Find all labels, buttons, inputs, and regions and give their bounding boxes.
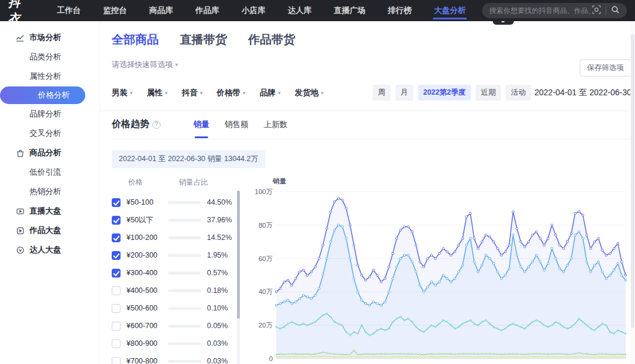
share-bar: [168, 201, 201, 204]
nav-item-达人库[interactable]: 达人库: [282, 0, 317, 21]
live-icon: [15, 208, 25, 215]
checkbox[interactable]: [112, 322, 121, 330]
share-bar: [168, 219, 201, 222]
sidebar-item-label: 市场分析: [29, 32, 61, 43]
checkbox[interactable]: [112, 286, 121, 295]
nav-item-监控台[interactable]: 监控台: [97, 0, 133, 21]
checkbox[interactable]: [112, 216, 121, 225]
price-range-label: ¥50以下: [126, 215, 168, 225]
sidebar-item-直播大盘[interactable]: 直播大盘: [0, 202, 99, 221]
save-filter-button[interactable]: 保存筛选项: [580, 59, 632, 76]
period-月[interactable]: 月: [395, 85, 413, 101]
search-bar[interactable]: [482, 3, 627, 18]
price-row-¥700-800[interactable]: ¥700-8000.03%: [112, 352, 234, 364]
bag-icon: [15, 149, 25, 157]
share-bar: [168, 360, 201, 363]
share-percent: 44.50%: [207, 198, 234, 206]
sidebar-item-商品分析[interactable]: 商品分析: [0, 143, 99, 162]
share-percent: 0.57%: [207, 269, 234, 277]
sidebar-item-交叉分析[interactable]: 交叉分析: [0, 124, 99, 143]
nav-item-大盘分析[interactable]: 大盘分析: [428, 0, 472, 21]
price-list: 价格 销量占比 ¥50-10044.50%¥50以下37.96%¥100-200…: [112, 176, 240, 364]
svg-text:销量: 销量: [272, 178, 287, 185]
sidebar-item-属性分析[interactable]: 属性分析: [0, 67, 99, 86]
price-list-header: 价格 销量占比: [112, 178, 234, 188]
share-percent: 0.18%: [207, 286, 234, 295]
filter-发货地[interactable]: 发货地▾: [295, 88, 323, 98]
price-range-label: ¥700-800: [126, 357, 168, 364]
svg-text:100万: 100万: [255, 188, 273, 195]
period-周[interactable]: 周: [373, 85, 391, 101]
sidebar-item-label: 交叉分析: [29, 128, 61, 139]
search-icon[interactable]: [611, 5, 620, 16]
sidebar-item-价格分析[interactable]: 价格分析: [0, 86, 85, 104]
search-input[interactable]: [489, 6, 592, 15]
price-range-label: ¥200-300: [126, 251, 168, 259]
checkbox[interactable]: [112, 357, 121, 364]
tab-全部商品[interactable]: 全部商品: [112, 32, 159, 48]
help-icon[interactable]: ?: [152, 121, 161, 129]
price-row-¥600-700[interactable]: ¥600-7000.05%: [112, 317, 234, 335]
quick-filter-dropdown[interactable]: 请选择快速筛选项▾: [112, 59, 178, 70]
video-icon: [15, 227, 25, 235]
price-row-¥300-400[interactable]: ¥300-4000.57%: [112, 264, 234, 282]
sidebar-item-作品大盘[interactable]: 作品大盘: [0, 221, 99, 240]
period-近期[interactable]: 近期: [476, 85, 501, 101]
sidebar-item-市场分析[interactable]: 市场分析: [0, 28, 99, 47]
tab-直播带货[interactable]: 直播带货: [180, 32, 227, 48]
nav-item-作品库[interactable]: 作品库: [189, 0, 225, 21]
tab-作品带货[interactable]: 作品带货: [248, 32, 295, 48]
date-range[interactable]: 2022-04-01 至 2022-06-30: [534, 88, 631, 98]
price-range-label: ¥300-400: [126, 269, 168, 277]
nav-item-商品库[interactable]: 商品库: [143, 0, 179, 21]
price-range-label: ¥800-900: [126, 339, 168, 348]
svg-text:80万: 80万: [259, 222, 273, 229]
sidebar-item-label: 价格分析: [38, 90, 70, 101]
share-bar: [168, 236, 201, 239]
checkbox[interactable]: [112, 251, 121, 260]
checkbox[interactable]: [112, 304, 121, 313]
price-row-¥200-300[interactable]: ¥200-3001.95%: [112, 246, 234, 264]
sidebar-item-达人大盘[interactable]: 达人大盘: [0, 241, 99, 259]
share-percent: 1.95%: [207, 251, 234, 259]
checkbox[interactable]: [112, 198, 121, 207]
period-活动[interactable]: 活动: [506, 85, 531, 101]
checkbox[interactable]: [112, 339, 121, 348]
sidebar-item-低价引流[interactable]: 低价引流: [0, 163, 99, 182]
filter-抖音[interactable]: 抖音▾: [182, 88, 203, 98]
checkbox[interactable]: [112, 233, 121, 242]
metric-tab-上新数[interactable]: 上新数: [264, 119, 288, 138]
price-row-¥100-200[interactable]: ¥100-20014.52%: [112, 229, 234, 246]
filter-品牌[interactable]: 品牌▾: [260, 88, 281, 98]
chevron-down-icon: ▾: [175, 62, 178, 68]
image-search-icon[interactable]: [592, 5, 601, 16]
nav-item-排行榜[interactable]: 排行榜: [382, 0, 418, 21]
nav-item-直播广场[interactable]: 直播广场: [328, 0, 372, 21]
price-row-¥500-600[interactable]: ¥500-6000.10%: [112, 299, 234, 317]
nav-item-工作台[interactable]: 工作台: [51, 0, 87, 21]
sidebar-item-品类分析[interactable]: 品类分析: [0, 48, 99, 66]
nav-items: 工作台监控台商品库作品库小店库达人库直播广场排行榜大盘分析: [51, 0, 483, 21]
price-trend-section: 价格趋势 ? 销量销售额上新数 2022-04-01 至 2022-06-30 …: [112, 110, 631, 364]
sidebar-item-品牌分析[interactable]: 品牌分析: [0, 105, 99, 123]
svg-text:60万: 60万: [259, 255, 273, 262]
price-row-¥400-500[interactable]: ¥400-5000.18%: [112, 282, 234, 299]
filter-价格带[interactable]: 价格带▾: [217, 88, 246, 98]
sidebar-item-热销分析[interactable]: 热销分析: [0, 182, 99, 201]
price-row-¥50以下[interactable]: ¥50以下37.96%: [112, 211, 234, 229]
nav-item-小店库[interactable]: 小店库: [236, 0, 272, 21]
sidebar-item-label: 品牌分析: [29, 109, 61, 119]
price-range-label: ¥400-500: [126, 286, 168, 295]
price-row-¥50-100[interactable]: ¥50-10044.50%: [112, 193, 234, 211]
metric-tab-销量[interactable]: 销量: [193, 119, 209, 138]
filter-男装[interactable]: 男装▾: [112, 88, 133, 98]
period-2022第2季度[interactable]: 2022第2季度: [418, 85, 471, 101]
price-row-¥800-900[interactable]: ¥800-9000.03%: [112, 335, 234, 352]
list-scrollbar[interactable]: [237, 191, 240, 364]
checkbox[interactable]: [112, 269, 121, 278]
filter-属性[interactable]: 属性▾: [147, 88, 168, 98]
chevron-down-icon: ▾: [321, 90, 324, 96]
metric-tab-销售额[interactable]: 销售额: [225, 119, 249, 138]
sidebar-item-label: 商品分析: [29, 148, 61, 158]
page-scrollbar[interactable]: [630, 21, 635, 364]
